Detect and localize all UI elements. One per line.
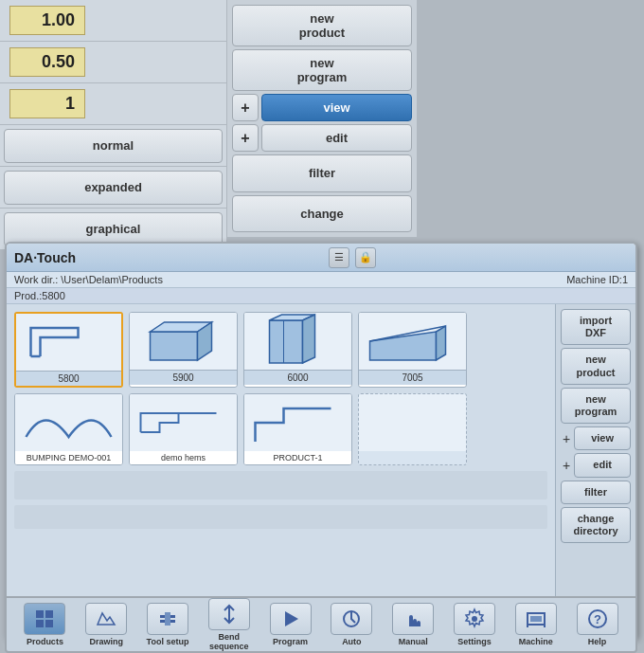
product-5800[interactable]: 5800 [14, 312, 123, 388]
nav-bend-label: Bendsequence [209, 632, 249, 651]
settings-icon [454, 603, 495, 635]
tool-setup-icon [147, 603, 188, 635]
product-5800-id: 5800 [16, 371, 121, 386]
work-dir: Work dir.: \User\Delam\Products [14, 274, 163, 285]
title-icons: ☰ 🔒 [76, 247, 628, 268]
nav-products[interactable]: Products [16, 603, 73, 646]
svg-marker-13 [437, 326, 446, 360]
grid-row-2: BUMPING DEMO-001 demo hems [14, 393, 547, 465]
view-plus-badge: + [561, 431, 572, 446]
normal-mode-button[interactable]: normal [4, 129, 223, 163]
product-5800-thumb [16, 314, 121, 371]
machine-icon [515, 603, 557, 635]
nav-manual[interactable]: Manual [385, 603, 441, 646]
view-with-plus: + view [561, 426, 631, 450]
product-demo-hems[interactable]: demo hems [129, 393, 238, 465]
edit-plus: + [232, 124, 259, 152]
auto-icon [331, 603, 372, 635]
nav-help-label: Help [588, 637, 607, 646]
product-1[interactable]: PRODUCT-1 [243, 393, 352, 465]
new-program-button[interactable]: newprogram [561, 388, 631, 424]
sidebar-buttons: importDXF newproduct newprogram + view +… [555, 304, 635, 640]
view-plus: + [232, 94, 259, 121]
top-change-button[interactable]: change [232, 195, 412, 233]
grid-row-3 [14, 471, 547, 499]
product-empty-thumb [359, 394, 466, 451]
view-row: + view [232, 94, 412, 121]
svg-rect-0 [17, 314, 121, 371]
edit-button[interactable]: edit [574, 453, 631, 477]
products-icon [24, 603, 65, 635]
value-2: 0.50 [9, 47, 85, 77]
product-6000-id: 6000 [244, 370, 351, 385]
expanded-mode-button[interactable]: expanded [4, 171, 223, 205]
content-area: 5800 5900 [7, 304, 635, 640]
nav-help[interactable]: ? Help [569, 603, 626, 646]
top-filter-button[interactable]: filter [232, 154, 412, 192]
svg-rect-16 [132, 394, 236, 451]
edit-with-plus: + edit [561, 453, 631, 477]
main-window: DA·Touch ☰ 🔒 Work dir.: \User\Delam\Prod… [5, 242, 637, 640]
product-empty [358, 393, 467, 465]
value-row-1: 1.00 [0, 0, 226, 42]
product-1-thumb [244, 394, 351, 451]
nav-drawing[interactable]: Drawing [78, 603, 134, 646]
product-bumping-name: BUMPING DEMO-001 [15, 451, 122, 464]
expanded-mode-row: expanded [0, 167, 226, 209]
view-button[interactable]: view [574, 426, 631, 450]
normal-mode-row: normal [0, 125, 226, 167]
product-demo-hems-thumb [130, 394, 237, 451]
product-bumping-thumb [15, 394, 122, 451]
value-row-3: 1 [0, 83, 226, 125]
value-column: 1.00 0.50 1 normal expanded graphical [0, 0, 227, 237]
product-5900-thumb [130, 313, 237, 370]
svg-marker-27 [285, 611, 298, 626]
product-1-name: PRODUCT-1 [244, 451, 351, 464]
svg-text:?: ? [594, 612, 601, 626]
lock-icon[interactable]: 🔒 [355, 247, 376, 268]
product-7005[interactable]: 7005 [358, 312, 467, 388]
top-edit-button[interactable]: edit [261, 124, 412, 152]
value-1: 1.00 [9, 6, 85, 35]
nav-tool-label: Tool setup [147, 637, 189, 646]
product-bumping[interactable]: BUMPING DEMO-001 [14, 393, 123, 465]
bend-sequence-icon [208, 598, 250, 630]
svg-rect-7 [270, 320, 303, 363]
nav-bend-sequence[interactable]: Bendsequence [201, 598, 258, 651]
svg-marker-9 [303, 315, 315, 363]
svg-rect-25 [165, 612, 170, 626]
program-icon [270, 603, 312, 635]
info-bar: Work dir.: \User\Delam\Products Machine … [7, 272, 635, 288]
product-6000[interactable]: 6000 [243, 312, 352, 388]
svg-point-29 [472, 616, 477, 622]
menu-icon[interactable]: ☰ [329, 247, 349, 268]
machine-id: Machine ID:1 [566, 274, 628, 285]
import-dxf-button[interactable]: importDXF [561, 309, 631, 345]
edit-row: + edit [232, 124, 412, 152]
app-title: DA·Touch [14, 250, 76, 265]
nav-settings-label: Settings [457, 637, 492, 646]
nav-machine[interactable]: Machine [508, 603, 564, 646]
top-view-button[interactable]: view [261, 94, 412, 121]
nav-program[interactable]: Program [262, 603, 319, 646]
svg-rect-20 [45, 610, 53, 618]
value-3: 1 [9, 89, 85, 118]
change-directory-button[interactable]: changedirectory [561, 507, 631, 543]
new-product-button[interactable]: newproduct [561, 348, 631, 384]
svg-rect-19 [36, 610, 44, 618]
product-5900[interactable]: 5900 [129, 312, 238, 388]
nav-drawing-label: Drawing [89, 637, 123, 646]
nav-tool-setup[interactable]: Tool setup [139, 603, 196, 646]
nav-settings[interactable]: Settings [446, 603, 503, 646]
title-center: ☰ 🔒 [76, 247, 628, 268]
edit-plus-badge: + [561, 458, 572, 473]
nav-auto[interactable]: Auto [323, 603, 380, 646]
top-new-product-button[interactable]: newproduct [232, 5, 412, 46]
filter-button[interactable]: filter [561, 481, 631, 504]
top-panel: 1.00 0.50 1 normal expanded graphical ne… [0, 0, 417, 237]
nav-program-label: Program [273, 637, 308, 646]
nav-auto-label: Auto [342, 637, 362, 646]
grid-row-4 [14, 505, 547, 529]
svg-rect-22 [45, 620, 53, 627]
top-new-program-button[interactable]: newprogram [232, 49, 412, 91]
